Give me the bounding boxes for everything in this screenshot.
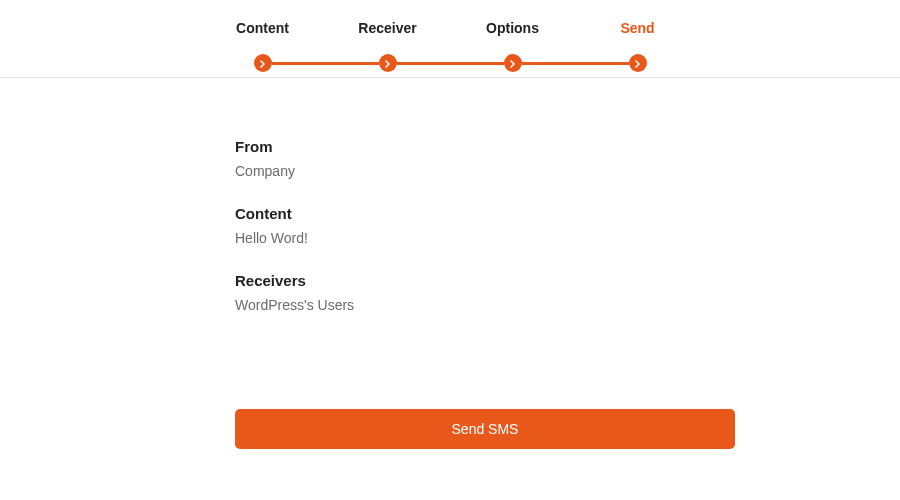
step-dot-content[interactable] [254, 54, 272, 72]
summary-from: From Company [235, 138, 735, 179]
chevron-right-icon [509, 54, 517, 72]
summary-content: Content Hello Word! [235, 205, 735, 246]
send-sms-button[interactable]: Send SMS [235, 409, 735, 449]
chevron-right-icon [634, 54, 642, 72]
summary-receivers: Receivers WordPress's Users [235, 272, 735, 313]
summary-panel: From Company Content Hello Word! Receive… [235, 78, 735, 449]
steps-track [0, 54, 900, 72]
step-connector [272, 62, 379, 65]
chevron-right-icon [259, 54, 267, 72]
step-connector [397, 62, 504, 65]
step-dot-send[interactable] [629, 54, 647, 72]
wizard-steps: Content Receiver Options Send [0, 0, 900, 78]
receivers-value: WordPress's Users [235, 297, 735, 313]
step-label-send[interactable]: Send [575, 20, 700, 36]
step-connector [522, 62, 629, 65]
step-label-options[interactable]: Options [450, 20, 575, 36]
steps-labels-row: Content Receiver Options Send [0, 20, 900, 36]
content-value: Hello Word! [235, 230, 735, 246]
step-label-content[interactable]: Content [200, 20, 325, 36]
receivers-label: Receivers [235, 272, 735, 289]
step-label-receiver[interactable]: Receiver [325, 20, 450, 36]
from-value: Company [235, 163, 735, 179]
chevron-right-icon [384, 54, 392, 72]
from-label: From [235, 138, 735, 155]
step-dot-receiver[interactable] [379, 54, 397, 72]
step-dot-options[interactable] [504, 54, 522, 72]
content-label: Content [235, 205, 735, 222]
